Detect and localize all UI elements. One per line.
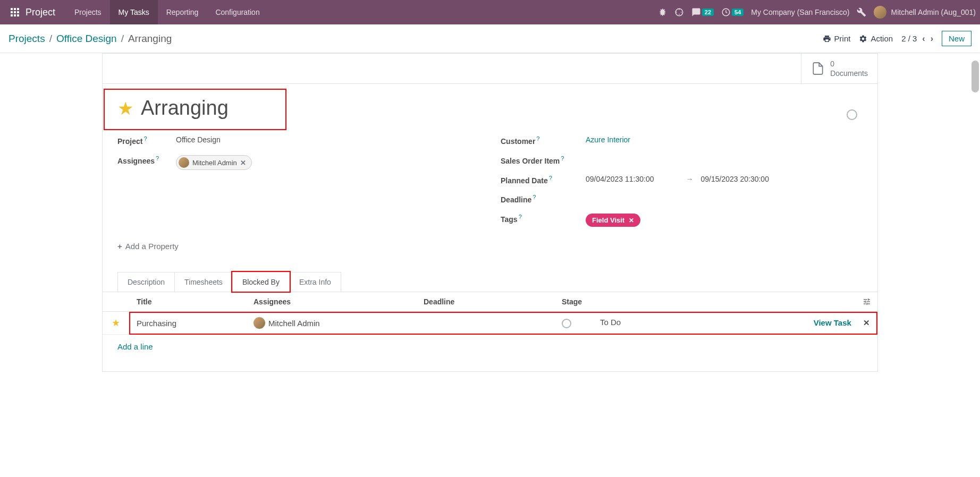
- task-title[interactable]: Arranging: [141, 97, 229, 120]
- activities-badge: 54: [732, 8, 744, 16]
- tabs: Description Timesheets Blocked By Extra …: [117, 272, 863, 292]
- delete-row-icon[interactable]: ✕: [863, 318, 870, 327]
- remove-assignee-icon[interactable]: ✕: [240, 159, 246, 167]
- tags-value[interactable]: Field Visit ✕: [586, 214, 863, 227]
- pager-text[interactable]: 2 / 3: [901, 34, 917, 43]
- row-assignee[interactable]: Mitchell Admin: [246, 312, 416, 334]
- pager-next-icon[interactable]: ›: [931, 34, 933, 44]
- help-icon[interactable]: ?: [549, 175, 552, 181]
- company-selector[interactable]: My Company (San Francisco): [751, 8, 849, 16]
- row-star-icon[interactable]: ★: [112, 318, 120, 328]
- arrow-right-icon: →: [686, 175, 693, 183]
- nav-configuration[interactable]: Configuration: [207, 0, 268, 24]
- project-value[interactable]: Office Design: [176, 135, 479, 144]
- th-deadline[interactable]: Deadline: [416, 292, 554, 312]
- breadcrumb-office-design[interactable]: Office Design: [56, 33, 117, 45]
- nav-projects[interactable]: Projects: [66, 0, 110, 24]
- new-button[interactable]: New: [942, 31, 971, 46]
- pager: 2 / 3 ‹ ›: [901, 34, 933, 44]
- scrollbar-thumb[interactable]: [971, 61, 979, 92]
- breadcrumb-projects[interactable]: Projects: [9, 33, 45, 45]
- bug-icon[interactable]: [657, 7, 667, 17]
- view-task-button[interactable]: View Task: [814, 318, 851, 327]
- th-title[interactable]: Title: [129, 292, 246, 312]
- top-navbar: Project Projects My Tasks Reporting Conf…: [0, 0, 980, 24]
- print-button[interactable]: Print: [823, 34, 851, 43]
- planned-start[interactable]: 09/04/2023 11:30:00: [586, 175, 654, 183]
- app-brand[interactable]: Project: [26, 7, 55, 18]
- table-row[interactable]: ★ Purchasing Mitchell Admin: [103, 312, 877, 335]
- activities-icon[interactable]: 54: [721, 7, 744, 17]
- planned-date-label: Planned Date: [501, 176, 548, 184]
- sales-order-label: Sales Order Item: [501, 157, 560, 165]
- form-sheet: 0 Documents ★ Arranging Project? Office …: [102, 53, 878, 372]
- tools-icon[interactable]: [857, 7, 866, 17]
- documents-count: 0: [830, 59, 868, 69]
- documents-label: Documents: [830, 69, 868, 78]
- user-name: Mitchell Admin (Aug_001): [891, 8, 976, 16]
- user-avatar-icon: [874, 6, 886, 19]
- user-menu[interactable]: Mitchell Admin (Aug_001): [874, 6, 976, 19]
- documents-stat-button[interactable]: 0 Documents: [801, 54, 877, 83]
- add-line-button[interactable]: Add a line: [103, 335, 877, 359]
- th-assignees[interactable]: Assignees: [246, 292, 416, 312]
- kanban-state-button[interactable]: [847, 109, 857, 120]
- customer-label: Customer: [501, 137, 535, 146]
- support-icon[interactable]: [674, 7, 684, 17]
- customer-value[interactable]: Azure Interior: [586, 135, 630, 144]
- messages-icon[interactable]: 22: [691, 7, 714, 17]
- help-icon[interactable]: ?: [143, 135, 147, 142]
- breadcrumb: Projects / Office Design / Arranging: [9, 33, 172, 45]
- row-deadline[interactable]: [416, 318, 554, 328]
- assignee-chip[interactable]: Mitchell Admin ✕: [176, 155, 252, 170]
- tab-blocked-by[interactable]: Blocked By: [232, 272, 290, 292]
- assignees-value[interactable]: Mitchell Admin ✕: [176, 155, 479, 170]
- nav-my-tasks[interactable]: My Tasks: [110, 0, 158, 24]
- help-icon[interactable]: ?: [536, 135, 539, 142]
- tab-description[interactable]: Description: [117, 272, 175, 292]
- remove-tag-icon[interactable]: ✕: [629, 217, 634, 224]
- help-icon[interactable]: ?: [533, 194, 536, 200]
- document-icon: [811, 61, 825, 76]
- planned-end[interactable]: 09/15/2023 20:30:00: [700, 175, 768, 183]
- help-icon[interactable]: ?: [561, 155, 564, 161]
- breadcrumb-current: Arranging: [128, 33, 172, 45]
- messages-badge: 22: [702, 8, 714, 16]
- tab-extra-info[interactable]: Extra Info: [289, 272, 341, 292]
- apps-icon[interactable]: [11, 8, 19, 16]
- table-settings-icon[interactable]: [863, 297, 871, 306]
- plus-icon: +: [117, 242, 122, 251]
- tab-timesheets[interactable]: Timesheets: [174, 272, 233, 292]
- row-title[interactable]: Purchasing: [129, 313, 246, 333]
- avatar-icon: [179, 157, 189, 168]
- tags-label: Tags: [501, 215, 518, 224]
- assignees-label: Assignees: [117, 157, 155, 165]
- th-stage[interactable]: Stage: [554, 292, 781, 312]
- control-panel: Projects / Office Design / Arranging Pri…: [0, 24, 980, 53]
- nav-reporting[interactable]: Reporting: [158, 0, 207, 24]
- help-icon[interactable]: ?: [519, 214, 522, 220]
- tag-pill[interactable]: Field Visit ✕: [586, 214, 640, 227]
- avatar-icon: [254, 317, 265, 329]
- pager-prev-icon[interactable]: ‹: [922, 34, 925, 44]
- action-button[interactable]: Action: [859, 34, 893, 43]
- deadline-label: Deadline: [501, 195, 531, 204]
- favorite-star-icon[interactable]: ★: [117, 98, 133, 119]
- stage-circle-icon[interactable]: [562, 319, 571, 328]
- add-property-button[interactable]: + Add a Property: [117, 242, 863, 251]
- help-icon[interactable]: ?: [156, 155, 159, 161]
- project-label: Project: [117, 137, 142, 146]
- row-stage[interactable]: To Do: [554, 312, 806, 333]
